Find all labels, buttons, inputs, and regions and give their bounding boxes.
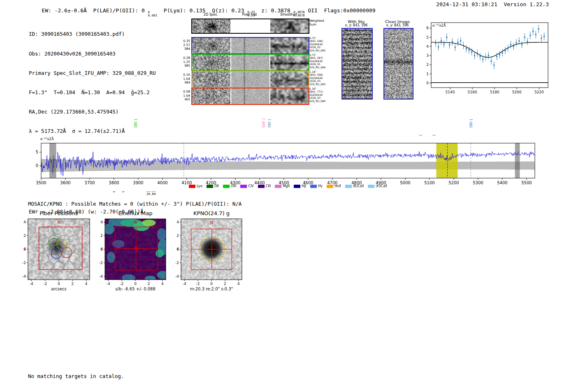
kpno-g-cutout	[168, 216, 250, 295]
footer-line-1: No matching targets in catalog.	[28, 373, 124, 380]
legend-label: HeII	[334, 184, 341, 188]
spec2d-row-scale-labels: 0.081.64365	[179, 90, 190, 102]
spec2d-row-annotations: 0.75"(843, 596)20200430v026_02329_RU_065	[309, 37, 325, 52]
legend-swatch	[275, 185, 281, 188]
legend-swatch	[223, 185, 230, 188]
kpno-g-xlabel: m:20.3 re:2.0" s:0.3"	[172, 287, 251, 291]
clean-image-coords: x, y: 843, 596	[379, 23, 416, 27]
weighted-sum-label: WeightedSum	[309, 19, 324, 26]
legend-swatch	[207, 185, 213, 188]
spec2d-strip-image	[192, 19, 309, 33]
legend-label: CIII	[266, 184, 271, 188]
plae-value: P(LAE)/P(OII): 0	[93, 7, 148, 14]
lineflux-map-cutout	[92, 216, 174, 295]
fiber-positions-xlabel: arcsecs	[28, 287, 90, 291]
legend-item: HeII	[327, 184, 341, 188]
plae-bounds: 00.001	[148, 11, 158, 17]
spec2d-row-scale-labels: 0.281.25385	[179, 56, 190, 68]
with-sky-image	[341, 28, 373, 100]
legend-label: (K)CaII	[353, 184, 364, 188]
legend-swatch	[258, 185, 265, 188]
legend-label: Hβ	[302, 184, 306, 188]
legend-label: (H)CaII	[376, 184, 387, 188]
footer-notes: No matching targets in catalog. Row inte…	[28, 360, 124, 392]
spec2d-strip-image	[192, 55, 309, 70]
elixer-report-page: EW: -2.6±-0.6Å P(LAE)/P(OII): 0 00.001 P…	[0, 0, 576, 392]
ew-value: EW: -2.6±-0.6Å	[42, 7, 93, 14]
info-seeing: F=1.3" T=0.104 N̄=1.30 A=0.94 ḡ=25.2	[29, 89, 165, 96]
legend-item: Lyα	[189, 184, 202, 188]
legend-swatch	[294, 185, 300, 188]
legend-item: CIII	[258, 184, 271, 188]
legend-label: OII	[214, 184, 219, 188]
legend-label: MgII	[283, 184, 290, 188]
lineflux-map-xlabel: s/b: -6.65 +/- 0.088	[96, 287, 174, 291]
emission-line-label: OIII {	[267, 118, 272, 128]
legend-label: CIV	[248, 184, 253, 188]
spec2d-strip	[191, 19, 309, 34]
kpno-g-title: KPNO(24.7) g	[181, 210, 242, 216]
legend-swatch	[240, 185, 247, 188]
emission-line-label: SiIV }	[262, 118, 266, 128]
emission-line-label: OIII {	[469, 118, 473, 128]
spec2d-strip-image	[192, 72, 309, 87]
legend-item: (K)CaII	[345, 184, 364, 188]
spec2d-row-scale-labels: 0.352.57384	[179, 39, 190, 51]
legend-item: CIV	[240, 184, 253, 188]
legend-swatch	[327, 185, 333, 188]
main-spectrum-plot	[23, 136, 541, 191]
fiber-positions-title: Fiber Positions	[28, 210, 90, 216]
with-sky-coords: x, y: 843, 596	[337, 23, 375, 27]
spec2d-strip	[191, 37, 309, 54]
legend-swatch	[310, 185, 317, 188]
lineflux-map-title: Lineflux Map	[105, 210, 166, 216]
col-header-2dspec: 2D Spec	[191, 13, 230, 16]
spec2d-row-annotations: 1.18"(843, 596)20200430v026_03329_RU_065	[309, 70, 325, 86]
flags-value: OII Flags:0x00000009	[304, 7, 375, 14]
spectrum-legend: LyαOIIOIIICIVCIIIMgIIHβHγHeII(K)CaII(H)C…	[41, 184, 535, 188]
col-header-smoothed: Smoothed	[269, 13, 308, 16]
timestamp-version: 2024-12-31 03:10:21 Version 1.22.3	[436, 1, 549, 7]
legend-item: OII	[207, 184, 219, 188]
legend-item: Hβ	[294, 184, 306, 188]
spec2d-strip-image	[192, 38, 309, 53]
legend-item: MgII	[275, 184, 290, 188]
legend-swatch	[345, 185, 352, 188]
legend-label: OIII	[231, 184, 236, 188]
line-fit-plot	[424, 20, 557, 96]
legend-label: Lyα	[197, 184, 202, 188]
spec2d-strip	[191, 54, 309, 71]
legend-item: OIII	[223, 184, 236, 188]
legend-item: Hγ	[310, 184, 323, 188]
spec2d-row-annotations: 0.75"(843, 587)20200430v026_01329_RU_064	[309, 53, 325, 69]
info-amp: Primary Spec_Slot_IFU_AMP: 329_088_029_R…	[29, 70, 165, 77]
spec2d-strip	[191, 88, 309, 105]
fiber-positions-cutout	[15, 216, 97, 295]
legend-swatch	[368, 185, 374, 188]
legend-swatch	[189, 185, 195, 188]
catalog-match-header: MOSAIC/KPNO : Possible Matches = 0 (with…	[28, 201, 242, 207]
clean-image	[383, 28, 413, 100]
info-obs: Obs: 20200430v026_3090165403	[29, 51, 165, 57]
legend-item: (H)CaII	[368, 184, 387, 188]
spec2d-strip-image	[192, 88, 309, 104]
spec2d-row-annotations: 1.39"(841, 771)20200430v026_03329_RU_084	[309, 87, 325, 102]
spec2d-row-scale-labels: 0.161.64384	[179, 73, 190, 85]
emission-line-label: OIII {	[134, 118, 138, 128]
spec2d-strip	[191, 71, 309, 88]
legend-label: Hγ	[318, 184, 323, 188]
info-id: ID: 3090165403 (3090165403.pdf)	[29, 31, 165, 37]
col-header-pixelflat: Pixel Flat	[230, 13, 269, 16]
